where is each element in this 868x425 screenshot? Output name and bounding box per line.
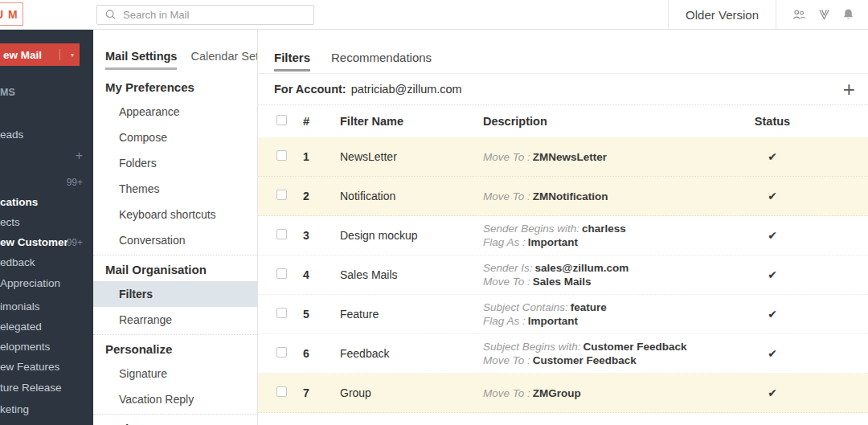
nav-item-vacation-reply[interactable]: Vacation Reply <box>93 386 257 412</box>
filter-table-row[interactable]: 6 Feedback Subject Begins with:Customer … <box>258 334 868 374</box>
sidebar-item-badge: 99+ <box>67 237 83 248</box>
sidebar-item[interactable]: 99+ <box>0 176 93 189</box>
description-line: Move To :ZMNotification <box>483 190 748 203</box>
description-line: Move To :Customer Feedback <box>483 353 748 367</box>
filter-number: 7 <box>303 386 340 399</box>
nav-item-appearance[interactable]: Appearance <box>93 99 257 125</box>
filter-description: Subject Contains:featureFlag As :Importa… <box>483 300 748 328</box>
doodle-v-icon[interactable] <box>817 8 831 21</box>
sidebar-item-label: elegated <box>0 321 42 333</box>
nav-heading-personalize[interactable]: Personalize <box>105 343 257 356</box>
sidebar-item-label: Appreciation <box>0 277 60 289</box>
filter-name: Group <box>340 386 483 399</box>
tab-filters[interactable]: Filters <box>274 51 310 72</box>
settings-tabs: Mail SettingsCalendar Settings <box>93 30 257 73</box>
sidebar-item-badge: 99+ <box>67 177 83 188</box>
sidebar-item[interactable]: edback <box>0 256 93 269</box>
nav-heading-mail-organisation[interactable]: Mail Organisation <box>105 264 257 276</box>
tab-recommendations[interactable]: Recommendations <box>331 51 432 69</box>
filter-table-row[interactable]: 5 Feature Subject Contains:featureFlag A… <box>258 295 868 334</box>
older-version-button[interactable]: Older Version <box>668 0 776 29</box>
sidebar-item[interactable]: Appreciation <box>0 277 93 290</box>
nav-item-signature[interactable]: Signature <box>93 361 257 386</box>
filter-name: Notification <box>340 190 483 202</box>
sidebar-item[interactable]: ture Release <box>0 382 93 394</box>
description-line: Move To :ZMNewsLetter <box>483 150 748 164</box>
status-check-icon: ✔ <box>768 150 777 163</box>
nav-item-compose[interactable]: Compose <box>93 125 257 150</box>
filter-number: 1 <box>303 150 340 163</box>
filter-number: 6 <box>303 347 340 360</box>
header-filter-name: Filter Name <box>340 115 483 128</box>
row-checkbox[interactable] <box>276 150 287 161</box>
row-checkbox[interactable] <box>276 190 287 200</box>
filter-table-row[interactable]: 7 Group Move To :ZMGroup ✔ <box>258 374 868 413</box>
row-checkbox[interactable] <box>276 268 287 279</box>
filter-table-row[interactable]: 4 Sales Mails Sender Is:sales@zillum.com… <box>258 255 868 295</box>
tab-mail-settings[interactable]: Mail Settings <box>105 50 177 70</box>
sidebar-item-label: ew Customer <box>0 236 68 248</box>
status-check-icon: ✔ <box>768 268 777 281</box>
account-row: For Account: patriciab@zillum.com + <box>258 74 868 105</box>
sidebar-item[interactable]: keting <box>0 403 93 416</box>
sidebar-item[interactable]: + <box>0 152 93 165</box>
row-checkbox[interactable] <box>276 229 287 239</box>
table-body: 1 NewsLetter Move To :ZMNewsLetter ✔ 2 N… <box>258 137 868 413</box>
nav-item-themes[interactable]: Themes <box>93 176 257 202</box>
description-line: Sender Begins with:charless <box>483 222 748 235</box>
filter-description: Subject Begins with:Customer FeedbackMov… <box>483 340 748 367</box>
header-status: Status <box>748 115 796 128</box>
description-line: Sender Is:sales@zillum.com <box>483 261 748 275</box>
filter-name: Sales Mails <box>340 268 483 281</box>
filter-number: 5 <box>303 308 340 321</box>
row-checkbox[interactable] <box>276 347 287 358</box>
select-all-checkbox[interactable] <box>276 115 287 125</box>
add-filter-icon[interactable]: + <box>840 79 858 100</box>
status-check-icon: ✔ <box>768 190 777 202</box>
nav-item-folders[interactable]: Folders <box>93 150 257 176</box>
description-line: Move To :ZMGroup <box>483 386 748 400</box>
account-email: patriciab@zillum.com <box>351 83 462 96</box>
zillum-logo[interactable]: UM <box>0 2 23 26</box>
sidebar-item[interactable]: elopments <box>0 341 93 353</box>
search-icon <box>104 9 117 21</box>
row-checkbox[interactable] <box>276 308 287 318</box>
sidebar-item-label: MS <box>0 87 15 98</box>
bell-icon[interactable] <box>842 8 854 21</box>
sidebar-item[interactable]: ects <box>0 216 93 229</box>
sidebar-item-badge: + <box>76 149 83 163</box>
filter-name: NewsLetter <box>340 150 483 163</box>
sidebar-item-label: ects <box>0 216 20 228</box>
header-description: Description <box>483 115 748 128</box>
status-check-icon: ✔ <box>768 347 777 360</box>
sidebar-item-list: MS eads + 99+ cations ects ew Customer 9… <box>0 30 93 425</box>
zoho-mail-settings-app: UM Older Version <box>0 0 868 425</box>
filter-table-row[interactable]: 3 Design mockup Sender Begins with:charl… <box>258 216 868 255</box>
status-check-icon: ✔ <box>768 308 777 321</box>
filter-table-row[interactable]: 1 NewsLetter Move To :ZMNewsLetter ✔ <box>258 137 868 177</box>
nav-item-keyboard-shortcuts[interactable]: Keyboard shortcuts <box>93 202 257 227</box>
description-line: Subject Begins with:Customer Feedback <box>483 340 748 353</box>
sidebar-item[interactable]: ew Features <box>0 361 93 374</box>
row-checkbox[interactable] <box>276 386 287 397</box>
search-box[interactable] <box>96 5 314 25</box>
description-line: Move To :Sales Mails <box>483 275 748 288</box>
sidebar-item[interactable]: cations <box>0 196 93 209</box>
sidebar-item[interactable]: imonials <box>0 300 93 313</box>
filter-table-row[interactable]: 2 Notification Move To :ZMNotification ✔ <box>258 177 868 216</box>
account-label: For Account: <box>274 83 346 96</box>
sidebar-item[interactable]: eads <box>0 129 93 141</box>
tab-calendar-settings[interactable]: Calendar Settings <box>190 50 258 67</box>
header-number: # <box>303 115 340 128</box>
left-sidebar: ew Mail ▾ MS eads + 99+ cations ects ew … <box>0 30 93 425</box>
sidebar-item-label: elopments <box>0 341 50 353</box>
search-input[interactable] <box>123 9 313 21</box>
nav-item-filters[interactable]: Filters <box>93 281 257 307</box>
sidebar-item[interactable]: ew Customer 99+ <box>0 236 93 249</box>
users-icon[interactable] <box>792 8 806 21</box>
nav-item-conversation[interactable]: Conversation <box>93 227 257 253</box>
nav-item-rearrange[interactable]: Rearrange <box>93 307 257 333</box>
sidebar-item[interactable]: elegated <box>0 321 93 333</box>
nav-heading-my-preferences[interactable]: My Preferences <box>105 81 257 94</box>
sidebar-item[interactable]: MS <box>0 86 93 99</box>
